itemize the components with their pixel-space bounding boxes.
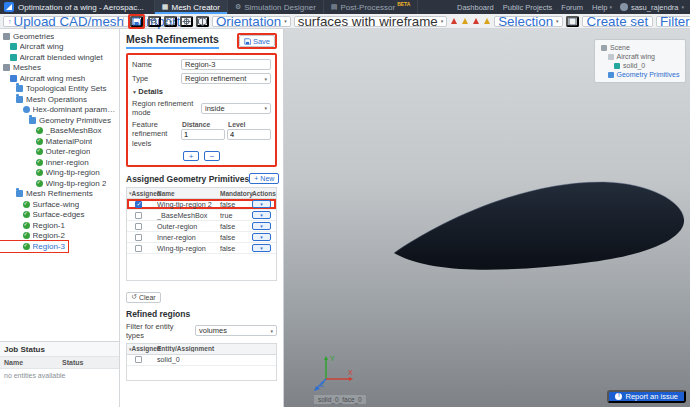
- nav-link[interactable]: Help: [592, 3, 612, 12]
- nav-link[interactable]: Forum: [561, 3, 583, 12]
- main-tab[interactable]: Simulation Designer: [227, 0, 323, 14]
- entity-filter-dropdown[interactable]: volumes: [195, 325, 277, 336]
- tree-item[interactable]: Wing-tip-region 2: [0, 178, 119, 189]
- tree-item[interactable]: Aircraft wing: [0, 42, 119, 53]
- app-logo-icon[interactable]: [4, 2, 14, 12]
- row-checkbox[interactable]: [135, 212, 142, 219]
- tree-item[interactable]: Mesh Operations: [0, 94, 119, 105]
- main-tab[interactable]: Mesh Creator: [154, 0, 227, 14]
- clip-plane-red-triangle-icon[interactable]: [451, 18, 457, 24]
- assigned-table-row[interactable]: Inner-region false: [127, 232, 276, 243]
- tab-icon: [331, 3, 338, 11]
- scene-tree-item[interactable]: solid_0: [598, 61, 682, 70]
- tree-item-label: Region-3: [33, 242, 65, 251]
- assigned-table-row[interactable]: Outer-region false: [127, 221, 276, 232]
- main-tab[interactable]: Post-Processor BETA: [323, 0, 419, 14]
- measure-yellow-triangle-icon[interactable]: [484, 18, 490, 24]
- tree-item[interactable]: MaterialPoint: [0, 136, 119, 147]
- tree-item[interactable]: Hex-dominant parametric - Wing: [0, 105, 119, 116]
- scene-tree-item[interactable]: Scene: [598, 43, 682, 52]
- settings-panel: Mesh Refinements Save Name Type Region: [120, 29, 284, 407]
- refined-assigned-col-header[interactable]: Assigned: [127, 345, 157, 352]
- render-mode-dropdown[interactable]: surfaces with wireframe: [294, 16, 448, 27]
- feature-levels-label: Feature refinement levels: [132, 120, 178, 148]
- tree-item[interactable]: Outer-region: [0, 147, 119, 158]
- tree-item[interactable]: Aircraft blended winglet: [0, 52, 119, 63]
- row-mandatory: false: [220, 200, 252, 209]
- new-primitive-button[interactable]: + New: [249, 173, 279, 184]
- tree-item[interactable]: Aircraft wing mesh: [0, 73, 119, 84]
- tree-item[interactable]: Wing-tip-region: [0, 168, 119, 179]
- topbar-spacer: [418, 0, 457, 14]
- level-input[interactable]: [227, 129, 271, 140]
- nav-link[interactable]: Public Projects: [503, 3, 553, 12]
- measure-red-triangle-icon[interactable]: [473, 18, 479, 24]
- type-dropdown[interactable]: Region refinement: [181, 73, 271, 84]
- row-actions-dropdown[interactable]: [252, 233, 271, 241]
- add-row-button[interactable]: +: [183, 151, 199, 161]
- report-issue-icon: [615, 393, 622, 400]
- create-set-button[interactable]: Create set: [582, 16, 654, 27]
- name-input[interactable]: [181, 59, 271, 70]
- tree-item-icon: [36, 148, 43, 155]
- filter-dropdown[interactable]: Filter: [656, 16, 690, 27]
- remove-row-button[interactable]: −: [204, 151, 220, 161]
- clear-button[interactable]: Clear: [126, 292, 161, 303]
- save-button[interactable]: Save: [239, 35, 275, 47]
- tree-item[interactable]: Geometries: [0, 31, 119, 42]
- row-checkbox[interactable]: [135, 356, 142, 363]
- tree-item[interactable]: Meshes: [0, 63, 119, 74]
- tree-item[interactable]: Mesh Refinements: [0, 189, 119, 200]
- scene-tree-item[interactable]: Geometry Primitives: [598, 70, 682, 79]
- viewport-3d[interactable]: Scene Aircraft wing solid_0 Geom: [284, 29, 690, 407]
- row-name: Wing-tip-region 2: [157, 200, 220, 209]
- row-checkbox[interactable]: [135, 234, 142, 241]
- job-status-header: Name Status: [0, 357, 119, 369]
- tree-item[interactable]: Surface-wing: [0, 199, 119, 210]
- top-nav: Dashboard Public Projects Forum Help: [457, 0, 612, 14]
- refined-section-title: Refined regions: [126, 309, 190, 319]
- row-checkbox[interactable]: [135, 223, 142, 230]
- tree-item[interactable]: Region-1: [0, 220, 119, 231]
- tree-item[interactable]: Inner-region: [0, 157, 119, 168]
- save-icon[interactable]: [130, 16, 143, 27]
- assigned-table-row[interactable]: Wing-tip-region false: [127, 243, 276, 254]
- panel-title: Mesh Refinements: [126, 33, 219, 49]
- mode-dropdown[interactable]: inside: [201, 103, 271, 114]
- report-issue-button[interactable]: Report an issue: [607, 390, 686, 403]
- job-status-col-name: Name: [0, 357, 58, 368]
- row-actions-dropdown[interactable]: [252, 211, 271, 219]
- tree-item[interactable]: Topological Entity Sets: [0, 84, 119, 95]
- details-toggle[interactable]: Details: [132, 87, 271, 96]
- assigned-col-header[interactable]: Assigned: [127, 190, 157, 197]
- upload-cad-button[interactable]: Upload CAD/mesh: [3, 16, 129, 27]
- assigned-table-row[interactable]: _BaseMeshBox true: [127, 210, 276, 221]
- cube-view-icon[interactable]: [196, 16, 209, 27]
- selection-dropdown[interactable]: Selection: [494, 16, 562, 27]
- orientation-dropdown[interactable]: Orientation: [212, 16, 291, 27]
- distance-input[interactable]: [181, 129, 225, 140]
- clip-plane-yellow-triangle-icon[interactable]: [462, 18, 468, 24]
- tree-item-icon: [23, 222, 30, 229]
- nav-link[interactable]: Dashboard: [457, 3, 494, 12]
- row-actions-dropdown[interactable]: [252, 222, 271, 230]
- tree-item[interactable]: Region-2: [0, 231, 119, 242]
- zoom-fit-icon[interactable]: [164, 16, 177, 27]
- tree-item-label: Inner-region: [46, 158, 89, 167]
- tree-item[interactable]: Region-3: [0, 241, 68, 252]
- row-actions-dropdown[interactable]: [252, 200, 271, 208]
- zoom-in-icon[interactable]: [148, 16, 161, 27]
- user-menu[interactable]: sasu_rajendra: [620, 0, 684, 14]
- row-checkbox[interactable]: [135, 201, 142, 208]
- tree-item[interactable]: _BaseMeshBox: [0, 126, 119, 137]
- crosshair-icon[interactable]: [180, 16, 193, 27]
- select-box-icon[interactable]: [566, 16, 579, 27]
- row-actions-dropdown[interactable]: [252, 244, 271, 252]
- scene-tree-item[interactable]: Aircraft wing: [598, 52, 682, 61]
- tree-item[interactable]: Surface-edges: [0, 210, 119, 221]
- project-title: Optimization of a wing - Aerospac...: [18, 3, 144, 12]
- row-checkbox[interactable]: [135, 245, 142, 252]
- assigned-table-row[interactable]: Wing-tip-region 2 false: [127, 199, 276, 210]
- tree-item[interactable]: Geometry Primitives: [0, 115, 119, 126]
- refined-table-row[interactable]: solid_0: [127, 355, 276, 366]
